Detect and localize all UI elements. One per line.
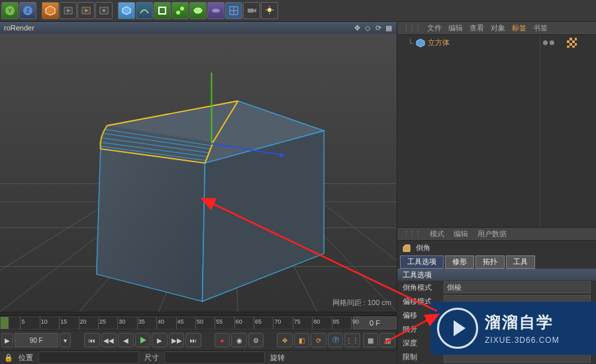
key-move-icon[interactable]: ✥ bbox=[277, 333, 293, 347]
deformer-icon[interactable] bbox=[189, 2, 207, 19]
svg-point-13 bbox=[176, 11, 180, 15]
key-rotate-icon[interactable]: ⟳ bbox=[311, 333, 326, 347]
watermark-title: 溜溜自学 bbox=[485, 312, 560, 333]
rotation-label: 旋转 bbox=[266, 353, 289, 363]
cube-icon bbox=[416, 38, 425, 48]
vp-zoom-icon[interactable]: ◇ bbox=[364, 24, 372, 32]
svg-rect-12 bbox=[159, 7, 166, 14]
svg-point-22 bbox=[268, 8, 272, 12]
generator-icon[interactable] bbox=[172, 2, 189, 19]
lock-icon[interactable]: 🔒 bbox=[4, 353, 13, 362]
environment-icon[interactable] bbox=[207, 2, 224, 19]
svg-marker-57 bbox=[403, 245, 410, 251]
size-field[interactable] bbox=[164, 351, 265, 363]
playhead[interactable] bbox=[1, 317, 9, 329]
render-icon[interactable] bbox=[60, 2, 77, 19]
svg-marker-56 bbox=[417, 39, 424, 47]
watermark-banner: 溜溜自学 ZIXUE.3D66.COM bbox=[430, 302, 596, 355]
object-manager-tabs: ⋮⋮⋮ 文件 编辑 查看 对象 标签 书签 bbox=[397, 22, 596, 35]
key-scale-icon[interactable]: ◧ bbox=[294, 333, 310, 347]
grid-icon[interactable] bbox=[225, 2, 242, 19]
play-sound-icon[interactable]: ▶ bbox=[1, 333, 13, 347]
tab-object[interactable]: 对象 bbox=[491, 23, 505, 33]
spinner-icon[interactable]: ▾ bbox=[60, 333, 72, 347]
btn-tool[interactable]: 工具 bbox=[506, 255, 535, 269]
position-field[interactable] bbox=[38, 351, 139, 363]
record-button[interactable]: ● bbox=[215, 333, 230, 347]
transport-bar: ▶ ▾ ⏮ ◀◀ ◀ ▶ ▶▶ ⏭ ● ◉ ⚙ ✥ ◧ ⟳ Ⓟ ⋮⋮ bbox=[0, 330, 397, 350]
grid-spacing-label: 网格间距 : 100 cm bbox=[332, 298, 391, 308]
svg-marker-21 bbox=[254, 9, 256, 13]
sel-mode2-icon[interactable]: ▥ bbox=[379, 333, 395, 347]
texture-tag-icon[interactable] bbox=[567, 38, 577, 48]
attribute-tab-buttons: 工具选项 修形 拓扑 工具 bbox=[397, 255, 596, 269]
viewport-title-bar: roRender ✥ ◇ ⟳ ▦ bbox=[0, 22, 397, 34]
render-region-icon[interactable] bbox=[77, 2, 95, 19]
attr-tab-userdata[interactable]: 用户数据 bbox=[477, 229, 507, 239]
primitive-cube-icon[interactable] bbox=[118, 2, 135, 19]
svg-rect-10 bbox=[103, 9, 105, 12]
camera-icon[interactable] bbox=[243, 2, 260, 19]
svg-point-15 bbox=[194, 8, 202, 13]
cube-icon[interactable] bbox=[42, 2, 59, 19]
vp-layout-icon[interactable]: ▦ bbox=[385, 24, 393, 32]
axis-z-button[interactable]: Z bbox=[19, 2, 36, 19]
position-label: 位置 bbox=[15, 353, 37, 363]
object-hierarchy[interactable]: └ 立方体 bbox=[397, 35, 596, 228]
light-icon[interactable] bbox=[261, 2, 278, 19]
tab-view[interactable]: 查看 bbox=[470, 23, 484, 33]
goto-start-button[interactable]: ⏮ bbox=[84, 333, 100, 347]
size-label: 尺寸 bbox=[140, 353, 163, 363]
spline-icon[interactable] bbox=[136, 2, 153, 19]
tab-tags[interactable]: 标签 bbox=[512, 23, 526, 33]
tab-bookmarks[interactable]: 书签 bbox=[533, 23, 548, 33]
key-pla-icon[interactable]: ⋮⋮ bbox=[344, 333, 360, 347]
bevel-mode-label: 倒角模式 bbox=[403, 283, 440, 293]
axis-y-button[interactable]: Y bbox=[1, 2, 19, 19]
tool-title: 倒角 bbox=[416, 243, 430, 253]
current-frame-display: 0 F bbox=[353, 316, 397, 330]
drag-handle-icon[interactable]: ⋮⋮⋮ bbox=[403, 24, 421, 32]
top-toolbar: Y Z bbox=[0, 0, 596, 22]
goto-end-button[interactable]: ⏭ bbox=[185, 333, 201, 347]
hierarchy-item-cube[interactable]: └ 立方体 bbox=[408, 38, 450, 48]
tab-file[interactable]: 文件 bbox=[427, 23, 442, 33]
nurbs-icon[interactable] bbox=[154, 2, 171, 19]
bevel-mode-dropdown[interactable]: 倒棱 bbox=[444, 281, 591, 293]
prev-frame-button[interactable]: ◀ bbox=[118, 333, 134, 347]
section-tool-options: 工具选项 bbox=[397, 269, 596, 280]
timeline-ruler-row: 051015202530354045505560657075808590 0 F bbox=[0, 316, 397, 330]
watermark-play-icon bbox=[437, 308, 478, 349]
visibility-render-toggle[interactable] bbox=[550, 40, 554, 45]
attr-tab-mode[interactable]: 模式 bbox=[430, 229, 444, 239]
vp-rotate-icon[interactable]: ⟳ bbox=[374, 24, 382, 32]
play-button[interactable] bbox=[135, 333, 151, 347]
next-key-button[interactable]: ▶▶ bbox=[169, 333, 185, 347]
sel-mode1-icon[interactable]: ▦ bbox=[363, 333, 379, 347]
render-settings-icon[interactable] bbox=[95, 2, 113, 19]
attribute-header: 倒角 bbox=[397, 241, 596, 255]
key-options-icon[interactable]: ⚙ bbox=[248, 333, 264, 347]
end-frame-field[interactable] bbox=[15, 333, 58, 347]
attr-tab-edit[interactable]: 编辑 bbox=[454, 229, 468, 239]
svg-text:Y: Y bbox=[8, 7, 12, 14]
prev-key-button[interactable]: ◀◀ bbox=[101, 333, 117, 347]
svg-marker-41 bbox=[97, 149, 205, 302]
autokey-button[interactable]: ◉ bbox=[231, 333, 247, 347]
next-frame-button[interactable]: ▶ bbox=[152, 333, 168, 347]
svg-point-16 bbox=[212, 9, 220, 13]
key-param-icon[interactable]: Ⓟ bbox=[328, 333, 344, 347]
vp-move-icon[interactable]: ✥ bbox=[353, 24, 361, 32]
expand-icon[interactable]: └ bbox=[408, 39, 413, 47]
viewport[interactable]: 网格间距 : 100 cm bbox=[0, 34, 397, 312]
coordinate-bar: 🔒 位置 尺寸 旋转 bbox=[0, 350, 397, 364]
prop-bevel-mode: 倒角模式 倒棱 bbox=[397, 281, 596, 295]
drag-handle-icon[interactable]: ⋮⋮⋮ bbox=[403, 230, 421, 238]
btn-topology[interactable]: 拓扑 bbox=[475, 255, 505, 269]
visibility-editor-toggle[interactable] bbox=[543, 40, 548, 45]
timeline-ruler[interactable]: 051015202530354045505560657075808590 bbox=[0, 316, 352, 330]
tab-edit[interactable]: 编辑 bbox=[448, 23, 463, 33]
btn-tool-options[interactable]: 工具选项 bbox=[400, 255, 444, 269]
svg-point-14 bbox=[180, 7, 184, 11]
btn-shaping[interactable]: 修形 bbox=[445, 255, 474, 269]
